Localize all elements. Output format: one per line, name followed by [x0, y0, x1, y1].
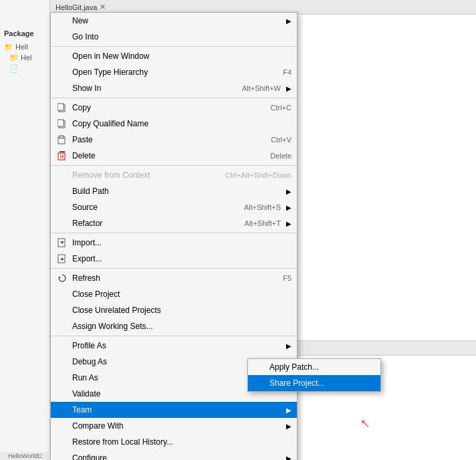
arrow-team: ▶: [286, 407, 291, 414]
context-menu: New ▶ Go Into Open in New Window Open Ty…: [50, 12, 298, 460]
menu-label-configure: Configure: [72, 453, 281, 460]
menu-item-configure[interactable]: Configure ▶: [51, 450, 297, 460]
menu-item-assign-working[interactable]: Assign Working Sets...: [51, 318, 297, 334]
menu-label-close-unrelated: Close Unrelated Projects: [72, 306, 291, 315]
menu-item-export[interactable]: Export...: [51, 251, 297, 267]
menu-item-profile-as[interactable]: Profile As ▶: [51, 338, 297, 354]
shortcut-refresh: F5: [283, 274, 291, 282]
divider-5: [51, 268, 297, 269]
menu-label-open-window: Open in New Window: [72, 51, 291, 61]
menu-item-remove-context[interactable]: Remove from Context Ctrl+Alt+Shift+Down: [51, 167, 297, 183]
menu-item-open-new-window[interactable]: Open in New Window: [51, 48, 297, 64]
type-hierarchy-icon: [56, 66, 68, 78]
menu-item-compare-with[interactable]: Compare With ▶: [51, 418, 297, 434]
menu-label-go-into: Go Into: [72, 32, 291, 41]
arrow-refactor: ▶: [286, 220, 291, 227]
menu-item-copy[interactable]: Copy Ctrl+C: [51, 100, 297, 116]
menu-item-paste[interactable]: Paste Ctrl+V: [51, 132, 297, 148]
menu-label-show-in: Show In: [72, 84, 229, 93]
code-tab-label: HelloGit.java: [55, 3, 97, 11]
paste-icon: [56, 134, 68, 146]
menu-label-apply-patch: Apply Patch...: [269, 362, 375, 372]
export-icon: [56, 253, 68, 265]
menu-item-share-project[interactable]: Share Project...: [248, 375, 380, 391]
menu-label-compare-with: Compare With: [72, 421, 281, 431]
menu-label-team: Team: [72, 405, 281, 415]
shortcut-source: Alt+Shift+S: [244, 203, 281, 211]
menu-item-close-unrelated[interactable]: Close Unrelated Projects: [51, 302, 297, 318]
menu-item-refactor[interactable]: Refactor Alt+Shift+T ▶: [51, 215, 297, 231]
import-icon: [56, 237, 68, 249]
menu-item-refresh[interactable]: Refresh F5: [51, 270, 297, 286]
arrow-profile-as: ▶: [286, 342, 291, 350]
debug-as-icon: [56, 356, 68, 368]
menu-item-go-into[interactable]: Go Into: [51, 29, 297, 45]
menu-item-restore-local[interactable]: Restore from Local History...: [51, 434, 297, 450]
menu-item-import[interactable]: Import...: [51, 235, 297, 251]
open-window-icon: [56, 50, 68, 62]
configure-icon: [56, 452, 68, 460]
ide-background: Package 📁 Hell 📁 Hel 📄 HelloWorldC Hello…: [0, 0, 476, 460]
profile-as-icon: [56, 340, 68, 352]
source-icon: [56, 201, 68, 213]
menu-item-build-path[interactable]: Build Path ▶: [51, 183, 297, 199]
menu-label-refresh: Refresh: [72, 273, 269, 283]
svg-rect-3: [57, 120, 64, 126]
scrollbar[interactable]: HelloWorldC: [0, 452, 50, 460]
close-icon[interactable]: ✕: [100, 3, 106, 11]
arrow-compare-with: ▶: [286, 423, 291, 430]
menu-item-source[interactable]: Source Alt+Shift+S ▶: [51, 199, 297, 215]
menu-item-team[interactable]: Team ▶: [51, 402, 297, 418]
menu-label-share-project: Share Project...: [269, 378, 375, 388]
package-tree: 📁 Hell 📁 Hel 📄: [0, 40, 49, 76]
menu-label-type-hierarchy: Open Type Hierarchy: [72, 68, 269, 77]
menu-label-restore-local: Restore from Local History...: [72, 437, 291, 447]
divider-3: [51, 165, 297, 166]
menu-item-new[interactable]: New ▶: [51, 13, 297, 29]
menu-item-copy-qualified[interactable]: Copy Qualified Name: [51, 116, 297, 132]
menu-label-close-project: Close Project: [72, 290, 291, 299]
delete-icon: [56, 150, 68, 162]
refactor-icon: [56, 217, 68, 229]
package-explorer-panel: Package 📁 Hell 📁 Hel 📄 HelloWorldC: [0, 0, 50, 460]
menu-label-delete: Delete: [72, 151, 257, 160]
menu-label-assign-working: Assign Working Sets...: [72, 322, 291, 331]
refresh-icon: [56, 272, 68, 284]
menu-label-paste: Paste: [72, 135, 257, 144]
arrow-source: ▶: [286, 204, 291, 211]
shortcut-show-in: Alt+Shift+W: [242, 84, 281, 92]
build-path-icon: [56, 185, 68, 197]
copy-qualified-icon: [56, 118, 68, 130]
shortcut-copy: Ctrl+C: [271, 104, 291, 112]
assign-working-icon: [56, 320, 68, 332]
validate-icon: [56, 388, 68, 400]
menu-item-open-type-hierarchy[interactable]: Open Type Hierarchy F4: [51, 64, 297, 80]
close-unrelated-icon: [56, 304, 68, 316]
shortcut-remove-context: Ctrl+Alt+Shift+Down: [225, 171, 291, 179]
remove-context-icon: [56, 169, 68, 181]
team-submenu: Apply Patch... Share Project...: [247, 358, 381, 392]
arrow-show-in: ▶: [286, 85, 291, 92]
menu-label-copy: Copy: [72, 103, 257, 112]
divider-4: [51, 233, 297, 233]
team-icon: [56, 404, 68, 416]
menu-label-build-path: Build Path: [72, 187, 281, 196]
copy-icon: [56, 102, 68, 114]
svg-rect-6: [58, 153, 65, 160]
apply-patch-icon: [253, 361, 265, 373]
menu-item-delete[interactable]: Delete Delete: [51, 148, 297, 164]
menu-label-copy-qualified: Copy Qualified Name: [72, 119, 291, 128]
shortcut-delete: Delete: [270, 152, 291, 160]
compare-with-icon: [56, 420, 68, 432]
restore-local-icon: [56, 436, 68, 448]
menu-item-show-in[interactable]: Show In Alt+Shift+W ▶: [51, 80, 297, 96]
shortcut-type-hierarchy: F4: [283, 68, 291, 76]
menu-label-import: Import...: [72, 238, 291, 247]
menu-label-source: Source: [72, 203, 231, 212]
menu-label-profile-as: Profile As: [72, 341, 281, 350]
menu-item-close-project[interactable]: Close Project: [51, 286, 297, 302]
menu-item-apply-patch[interactable]: Apply Patch...: [248, 359, 380, 375]
svg-rect-1: [57, 104, 64, 110]
shortcut-refactor: Alt+Shift+T: [245, 219, 281, 227]
share-project-icon: [253, 377, 265, 389]
